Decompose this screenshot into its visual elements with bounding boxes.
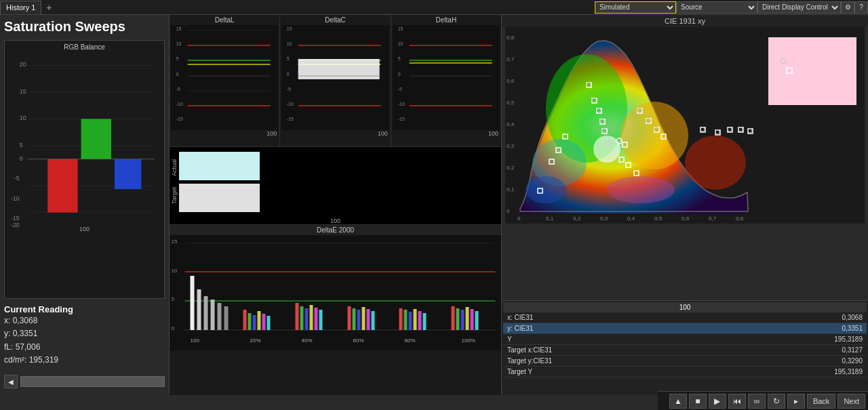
svg-rect-81 bbox=[300, 306, 304, 330]
svg-rect-17 bbox=[81, 119, 111, 159]
svg-text:0,1: 0,1 bbox=[546, 216, 554, 222]
svg-text:0,6: 0,6 bbox=[682, 216, 690, 222]
table-row: x: CIE310,3068 bbox=[503, 312, 867, 323]
svg-text:-20: -20 bbox=[11, 222, 20, 228]
scroll-track[interactable] bbox=[20, 376, 165, 387]
svg-text:0: 0 bbox=[20, 155, 23, 162]
table-row: Y195,3189 bbox=[503, 334, 867, 345]
svg-text:0: 0 bbox=[176, 72, 179, 77]
rgb-canvas: 20 15 10 5 0 -5 -10 -15 -20 bbox=[7, 51, 161, 234]
svg-point-133 bbox=[685, 136, 746, 190]
svg-text:0: 0 bbox=[172, 325, 175, 331]
svg-rect-102 bbox=[471, 309, 474, 330]
deltaL-title: DeltaL bbox=[171, 16, 278, 24]
svg-text:0: 0 bbox=[507, 208, 510, 214]
play-button[interactable]: ▶ bbox=[709, 394, 726, 409]
deltaC-svg: 15 10 5 0 -5 -10 -15 bbox=[281, 25, 389, 130]
deltaH-title: DeltaH bbox=[393, 16, 500, 24]
reading-title: Current Reading bbox=[4, 304, 165, 314]
deltaL-area: 15 10 5 0 -5 -10 -15 bbox=[171, 25, 278, 130]
svg-text:5: 5 bbox=[397, 56, 400, 61]
cie-svg: 0,8 0,7 0,6 0,5 0,4 0,3 0,2 0,1 0 0 0,1 … bbox=[502, 27, 868, 224]
simulated-meter-select[interactable]: Simulated bbox=[595, 1, 676, 14]
right-panel: CIE 1931 xy 0,8 0,7 0,6 0,5 0,4 0,3 0,2 … bbox=[502, 15, 868, 395]
actual-patch bbox=[179, 152, 260, 180]
deltaC-chart: DeltaC 15 10 5 0 -5 -10 -15 bbox=[280, 15, 391, 146]
svg-text:5: 5 bbox=[176, 56, 179, 61]
svg-text:0,5: 0,5 bbox=[507, 100, 515, 106]
readings-table: 100 x: CIE310,3068y: CIE310,3351Y195,318… bbox=[503, 302, 867, 377]
svg-text:15: 15 bbox=[397, 26, 403, 31]
svg-rect-88 bbox=[357, 310, 361, 330]
scroll-left-button[interactable]: ◀ bbox=[4, 375, 18, 388]
svg-text:15: 15 bbox=[172, 239, 178, 245]
table-row: Target x:CIE310,3127 bbox=[503, 345, 867, 356]
svg-text:80%: 80% bbox=[405, 337, 416, 344]
rgb-balance-svg: 20 15 10 5 0 -5 -10 -15 -20 bbox=[7, 51, 161, 234]
rgb-balance-chart: RGB Balance 20 15 10 5 0 -5 -10 -15 -20 bbox=[4, 40, 165, 299]
back-step-button[interactable]: ⏮ bbox=[728, 394, 746, 409]
source-select[interactable]: Source bbox=[676, 1, 757, 14]
help-button[interactable]: ? bbox=[854, 1, 868, 14]
svg-rect-95 bbox=[414, 309, 417, 330]
svg-text:100: 100 bbox=[191, 337, 200, 344]
svg-text:0,3: 0,3 bbox=[600, 216, 608, 222]
table-cell-value: 195,3189 bbox=[719, 367, 867, 377]
svg-rect-92 bbox=[399, 308, 403, 330]
deltaH-svg: 15 10 5 0 -5 -10 -15 bbox=[393, 25, 500, 130]
svg-text:0,8: 0,8 bbox=[736, 216, 744, 222]
patch-x-label: 100 bbox=[170, 218, 501, 224]
svg-text:-10: -10 bbox=[287, 102, 294, 106]
more-button[interactable]: ▸ bbox=[787, 394, 805, 409]
svg-text:-5: -5 bbox=[397, 87, 401, 91]
table-row: Target y:CIE310,3290 bbox=[503, 356, 867, 367]
svg-rect-16 bbox=[47, 159, 77, 213]
svg-point-135 bbox=[526, 176, 566, 203]
tab-history1[interactable]: History 1 bbox=[0, 1, 41, 14]
svg-rect-75 bbox=[248, 313, 252, 330]
svg-rect-101 bbox=[466, 307, 469, 330]
svg-rect-100 bbox=[461, 310, 465, 330]
svg-text:0,7: 0,7 bbox=[709, 216, 717, 222]
settings-button[interactable]: ⚙ bbox=[841, 1, 854, 14]
table-cell-label: Target x:CIE31 bbox=[503, 345, 719, 356]
tab-add-button[interactable]: + bbox=[43, 1, 55, 14]
deltaL-chart: DeltaL 15 10 5 0 -5 -10 -15 bbox=[170, 15, 280, 146]
deltaC-x-label: 100 bbox=[281, 130, 389, 137]
svg-text:15: 15 bbox=[176, 26, 182, 31]
display-control-select[interactable]: Direct Display Control bbox=[757, 1, 841, 14]
table-row: y: CIE310,3351 bbox=[503, 323, 867, 334]
svg-rect-85 bbox=[319, 310, 323, 330]
svg-rect-175 bbox=[768, 37, 856, 105]
svg-text:0,4: 0,4 bbox=[627, 216, 635, 222]
table-cell-label: Target Y bbox=[503, 367, 719, 377]
color-patch-area: Actual Target 100 bbox=[170, 147, 501, 225]
svg-text:-5: -5 bbox=[14, 175, 20, 182]
svg-text:-15: -15 bbox=[176, 117, 183, 121]
svg-rect-18 bbox=[115, 159, 141, 189]
svg-text:40%: 40% bbox=[302, 337, 313, 344]
svg-rect-69 bbox=[197, 289, 201, 330]
svg-rect-97 bbox=[423, 313, 427, 330]
svg-rect-84 bbox=[315, 308, 318, 330]
actual-label: Actual bbox=[171, 159, 178, 176]
refresh-button[interactable]: ↻ bbox=[768, 394, 785, 409]
svg-text:-10: -10 bbox=[176, 102, 183, 106]
loop-button[interactable]: ∞ bbox=[748, 394, 766, 409]
svg-text:10: 10 bbox=[172, 268, 178, 274]
stop-button[interactable]: ■ bbox=[689, 394, 707, 409]
svg-text:-5: -5 bbox=[287, 87, 291, 91]
back-button[interactable]: Back bbox=[807, 394, 835, 409]
target-label: Target bbox=[171, 187, 178, 204]
svg-text:20: 20 bbox=[20, 61, 26, 68]
tab-bar: History 1 + Simulated Source Direct Disp… bbox=[0, 0, 868, 15]
svg-rect-71 bbox=[211, 300, 215, 330]
svg-text:5: 5 bbox=[20, 142, 23, 148]
svg-rect-89 bbox=[362, 307, 366, 330]
bottom-control-bar: ▲ ■ ▶ ⏮ ∞ ↻ ▸ Back Next bbox=[658, 391, 868, 410]
page-title: Saturation Sweeps bbox=[4, 19, 165, 35]
navigate-up-button[interactable]: ▲ bbox=[669, 394, 687, 409]
data-table: 100 x: CIE310,3068y: CIE310,3351Y195,318… bbox=[502, 300, 868, 395]
next-button[interactable]: Next bbox=[837, 394, 865, 409]
reading-x: x: 0,3068 bbox=[4, 314, 165, 327]
